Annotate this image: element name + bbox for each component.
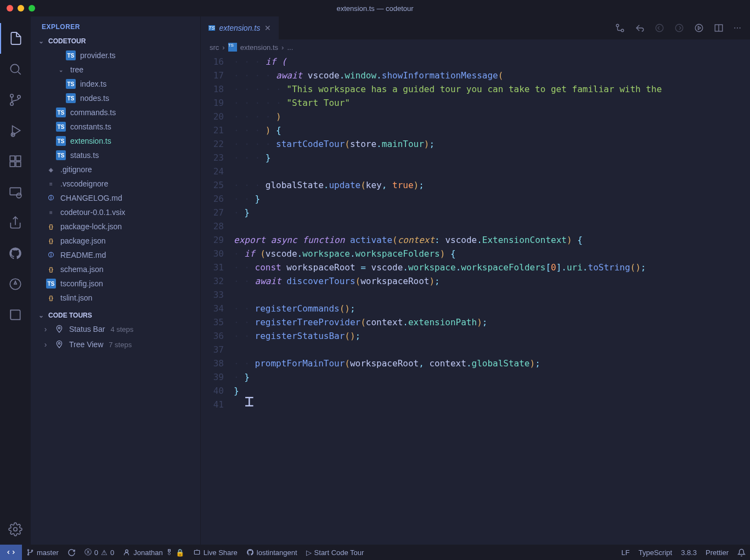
file-tree-item[interactable]: {}schema.json [31,262,200,276]
search-tab[interactable] [0,54,31,84]
file-name: nodes.ts [80,94,109,103]
svg-point-2 [10,103,13,105]
run-icon[interactable] [694,23,704,33]
title-bar: extension.ts — codetour [0,0,750,16]
breadcrumb-file[interactable]: extension.ts [240,43,278,52]
file-tree-item[interactable]: ≡.vscodeignore [31,177,200,191]
file-name: .gitignore [60,165,92,174]
typescript-icon: TS [56,122,66,132]
settings-tab[interactable] [0,514,31,545]
file-name: CHANGELOG.md [60,194,122,202]
close-tab-icon[interactable]: ✕ [264,24,271,32]
file-tree-item[interactable]: ⓘCHANGELOG.md [31,191,200,205]
file-tree-item[interactable]: TSindex.ts [31,77,200,91]
remote-indicator[interactable] [0,545,22,560]
svg-rect-6 [10,162,15,167]
medal-icon: 🎖 [166,548,173,557]
typescript-icon: TS [66,93,76,103]
remote-explorer-tab[interactable] [0,177,31,207]
file-tree-item[interactable]: TSconstants.ts [31,120,200,134]
file-tree-item[interactable]: TSnodes.ts [31,91,200,105]
typescript-icon: TS [56,136,66,146]
code-content[interactable]: · · · if (· · · · await vscode.window.sh… [234,55,750,545]
github-tab[interactable] [0,238,31,269]
typescript-icon: TS [66,79,76,89]
svg-point-10 [16,193,21,198]
problems-status[interactable]: ⓧ 0 ⚠ 0 [80,545,119,560]
tour-name: Status Bar [69,325,105,333]
prettier-status[interactable]: Prettier [701,545,733,560]
git-branch-icon [26,548,34,556]
debug-tab[interactable] [0,115,31,146]
codetour-tab[interactable] [0,269,31,299]
ts-version-label: 3.8.3 [681,548,697,557]
tour-item[interactable]: ›Tree View7 steps [31,337,200,352]
svg-rect-25 [194,551,199,555]
svg-point-14 [58,342,60,344]
editor-area: TS extension.ts ✕ [201,16,750,545]
workspace-header[interactable]: ⌄ CODETOUR [31,35,200,47]
file-name: index.ts [80,80,106,88]
tab-extension-ts[interactable]: TS extension.ts ✕ [201,16,279,39]
sync-status[interactable] [63,545,80,560]
ts-version-status[interactable]: 3.8.3 [676,545,701,560]
start-tour-button[interactable]: ▷ Start Code Tour [302,545,369,560]
liveshare-user[interactable]: Jonathan 🎖 🔒 [119,545,189,560]
file-name: tslint.json [60,293,92,302]
code-tours-header[interactable]: ⌄ CODE TOURS [31,309,200,321]
nav-back-icon[interactable] [655,23,664,33]
minimize-window-button[interactable] [18,5,24,12]
close-window-button[interactable] [7,5,13,12]
typescript-icon: TS [56,150,66,160]
language-label: TypeScript [639,548,672,557]
bell-icon [737,548,746,557]
breadcrumbs[interactable]: src › TS extension.ts › ... [201,39,750,55]
user-name: Jonathan [133,548,163,557]
file-tree-item[interactable]: {}package-lock.json [31,219,200,234]
files-icon [9,31,23,46]
file-tree-item[interactable]: ⓘREADME.md [31,248,200,262]
github-account[interactable]: lostintangent [242,545,302,560]
code-editor[interactable]: 1617181920212223242526272829303132333435… [201,55,750,545]
bookmarks-tab[interactable] [0,299,31,330]
source-control-tab[interactable] [0,84,31,115]
eol-status[interactable]: LF [617,545,634,560]
split-editor-icon[interactable] [714,23,724,33]
liveshare-button[interactable]: Live Share [189,545,242,560]
remote-icon [8,185,22,199]
file-tree-item[interactable]: TSextension.ts [31,134,200,148]
file-tree-item[interactable]: ≡codetour-0.0.1.vsix [31,205,200,219]
file-tree-item[interactable]: TScommands.ts [31,105,200,120]
breadcrumb-symbol[interactable]: ... [287,43,293,52]
chevron-down-icon: ⌄ [37,37,45,45]
language-status[interactable]: TypeScript [634,545,676,560]
extensions-tab[interactable] [0,146,31,177]
file-tree-item[interactable]: {}tslint.json [31,291,200,305]
more-actions-icon[interactable]: ⋯ [734,24,741,32]
file-tree-item[interactable]: ⌄tree [31,63,200,77]
maximize-window-button[interactable] [29,5,35,12]
eol-label: LF [622,548,630,557]
previous-change-icon[interactable] [635,23,645,33]
error-icon: ⓧ [84,547,92,557]
file-tree-item[interactable]: ◈.gitignore [31,162,200,177]
start-tour-label: Start Code Tour [314,548,364,557]
prettier-label: Prettier [706,548,729,557]
breadcrumb-src[interactable]: src [210,43,219,52]
liveshare-tab[interactable] [0,207,31,238]
nav-forward-icon[interactable] [674,23,684,33]
git-branch-status[interactable]: master [22,545,63,560]
chevron-right-icon: › [281,43,284,52]
share-icon [8,216,22,230]
file-tree-item[interactable]: TSstatus.ts [31,148,200,162]
file-tree-item[interactable]: TSprovider.ts [31,48,200,63]
compare-changes-icon[interactable] [615,23,625,33]
tours-list: ›Status Bar4 steps›Tree View7 steps [31,321,200,352]
file-tree-item[interactable]: {}package.json [31,234,200,248]
notifications-button[interactable] [733,545,750,560]
file-tree-item[interactable]: TStsconfig.json [31,276,200,291]
gear-icon [8,522,22,536]
tour-item[interactable]: ›Status Bar4 steps [31,321,200,337]
explorer-tab[interactable] [0,23,31,54]
svg-point-13 [58,327,60,329]
